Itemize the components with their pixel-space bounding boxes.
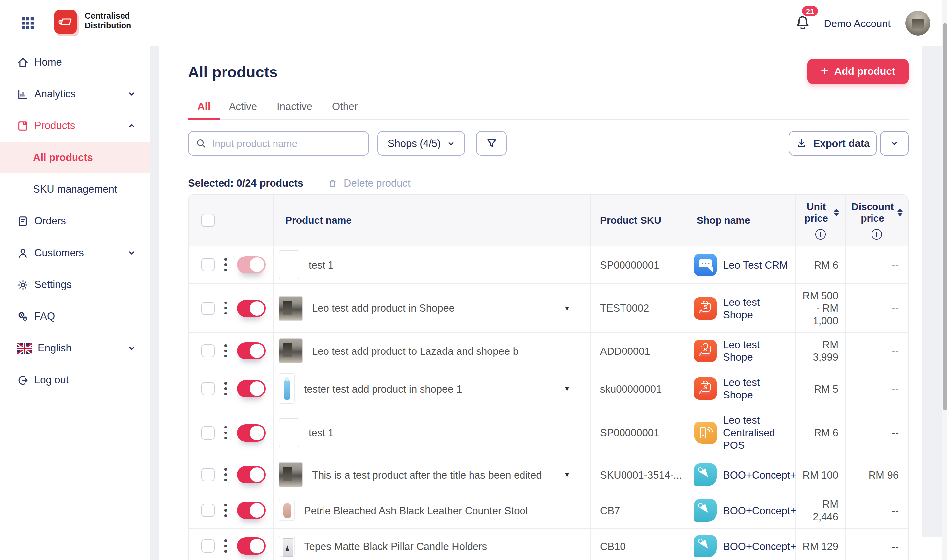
page-title: All products	[188, 63, 278, 82]
shop-name-link[interactable]: BOO+Concept+	[723, 504, 796, 517]
tab-inactive[interactable]: Inactive	[277, 99, 312, 119]
row-menu-icon[interactable]	[224, 381, 228, 396]
chevron-down-icon	[128, 249, 136, 257]
shop-name-link[interactable]: Leo test Centralised POS	[723, 414, 791, 451]
col-shop-name: Shop name	[687, 195, 796, 246]
sidebar-item-home[interactable]: Home	[0, 46, 150, 78]
shop-name-link[interactable]: BOO+Concept+	[723, 540, 796, 552]
row-menu-icon[interactable]	[224, 425, 228, 440]
tab-all[interactable]: All	[188, 99, 220, 120]
export-data-button[interactable]: Export data	[789, 131, 877, 155]
customers-icon	[17, 246, 29, 259]
shop-name-link[interactable]: Leo test Shope	[723, 376, 791, 401]
row-checkbox[interactable]	[201, 302, 214, 315]
tab-active[interactable]: Active	[229, 99, 257, 119]
account-name[interactable]: Demo Account	[824, 18, 891, 30]
row-menu-icon[interactable]	[224, 502, 228, 518]
tab-other[interactable]: Other	[332, 99, 358, 119]
sort-discount-price[interactable]	[897, 209, 902, 217]
sidebar-item-all-products[interactable]: All products	[0, 142, 150, 174]
row-menu-icon[interactable]	[224, 538, 228, 554]
analytics-icon	[17, 88, 29, 100]
status-toggle[interactable]	[237, 342, 266, 359]
table-row: test 1 ▼ SP00000001 Leo test Centralised…	[189, 408, 908, 457]
sidebar-item-products[interactable]: Products	[0, 110, 150, 142]
expand-caret-icon[interactable]: ▼	[564, 468, 570, 481]
row-checkbox[interactable]	[201, 344, 214, 357]
chevron-down-icon	[128, 344, 136, 352]
row-menu-icon[interactable]	[224, 300, 228, 316]
discount-price: --	[846, 246, 908, 283]
chevron-down-icon	[128, 90, 136, 98]
sidebar-item-sku-management[interactable]: SKU management	[0, 174, 150, 205]
shop-icon	[694, 340, 716, 362]
shop-icon	[694, 422, 716, 444]
row-menu-icon[interactable]	[224, 257, 228, 272]
status-toggle[interactable]	[237, 424, 266, 441]
row-checkbox[interactable]	[201, 468, 214, 481]
sidebar-label: Log out	[34, 374, 69, 386]
row-checkbox[interactable]	[201, 426, 214, 439]
row-menu-icon[interactable]	[224, 343, 228, 358]
sidebar-label: Home	[34, 56, 62, 68]
status-toggle[interactable]	[237, 380, 266, 397]
shop-name-link[interactable]: Leo test Shope	[723, 295, 791, 321]
brand-title: Centralised Distribution	[85, 11, 131, 31]
table-row: Leo test add product in Shopee ▼ TEST000…	[189, 284, 908, 333]
sidebar-item-faq[interactable]: Q A FAQ	[0, 300, 150, 332]
delete-product-button[interactable]: Delete product	[327, 177, 411, 189]
sidebar-item-customers[interactable]: Customers	[0, 237, 150, 269]
shop-name-link[interactable]: Leo Test CRM	[723, 258, 788, 271]
status-toggle[interactable]	[237, 256, 266, 273]
shop-name-link[interactable]: BOO+Concept+	[723, 468, 796, 481]
brand-logo[interactable]	[54, 10, 77, 34]
shop-icon	[694, 535, 716, 557]
app-grid-icon[interactable]	[22, 17, 34, 29]
sidebar-item-language[interactable]: English	[0, 332, 150, 364]
product-name: Petrie Bleached Ash Black Leather Counte…	[304, 504, 528, 517]
sidebar-scrollbar-track[interactable]	[150, 46, 159, 560]
account-avatar[interactable]	[905, 11, 930, 36]
product-thumbnail	[279, 500, 295, 521]
product-name: tester test add product in shopee 1	[304, 382, 462, 395]
gear-icon	[17, 278, 29, 291]
shop-name-link[interactable]: Leo test Shope	[723, 338, 791, 363]
status-toggle[interactable]	[237, 502, 266, 519]
status-toggle[interactable]	[237, 537, 266, 555]
selected-summary: Selected: 0/24 products	[188, 177, 303, 189]
filter-button[interactable]	[476, 131, 507, 155]
product-thumbnail	[279, 250, 299, 279]
unit-price-info-icon[interactable]: i	[815, 229, 826, 240]
svg-text:Q: Q	[20, 312, 23, 317]
sidebar-label: Products	[34, 120, 75, 132]
expand-caret-icon[interactable]: ▼	[564, 302, 570, 314]
status-toggle[interactable]	[237, 466, 266, 483]
products-table: Product name Product SKU Shop name Unit …	[188, 194, 909, 560]
select-all-checkbox[interactable]	[201, 214, 214, 227]
sidebar-item-settings[interactable]: Settings	[0, 269, 150, 300]
shops-filter-dropdown[interactable]: Shops (4/5)	[377, 131, 465, 155]
sidebar-item-logout[interactable]: Log out	[0, 364, 150, 396]
row-checkbox[interactable]	[201, 382, 214, 395]
search-input[interactable]	[212, 138, 362, 149]
row-checkbox[interactable]	[201, 504, 214, 517]
sidebar-label: Settings	[34, 278, 71, 291]
notification-count-badge: 21	[801, 5, 819, 17]
row-checkbox[interactable]	[201, 258, 214, 271]
add-product-button[interactable]: + Add product	[807, 59, 909, 84]
product-search	[188, 131, 369, 155]
unit-price: RM 3,999	[796, 333, 846, 369]
row-menu-icon[interactable]	[224, 467, 228, 482]
discount-price-info-icon[interactable]: i	[872, 229, 882, 240]
export-options-button[interactable]	[880, 131, 909, 155]
sidebar-item-orders[interactable]: Orders	[0, 205, 150, 237]
export-group: Export data	[789, 131, 909, 155]
sidebar-nav: Home Analytics Products All products	[0, 46, 150, 560]
expand-caret-icon[interactable]: ▼	[564, 382, 570, 395]
page-scrollbar-thumb[interactable]	[943, 23, 947, 411]
sort-unit-price[interactable]	[833, 209, 839, 217]
status-toggle[interactable]	[237, 300, 266, 317]
sidebar-item-analytics[interactable]: Analytics	[0, 78, 150, 110]
row-checkbox[interactable]	[201, 540, 214, 553]
chevron-down-icon	[890, 139, 899, 148]
